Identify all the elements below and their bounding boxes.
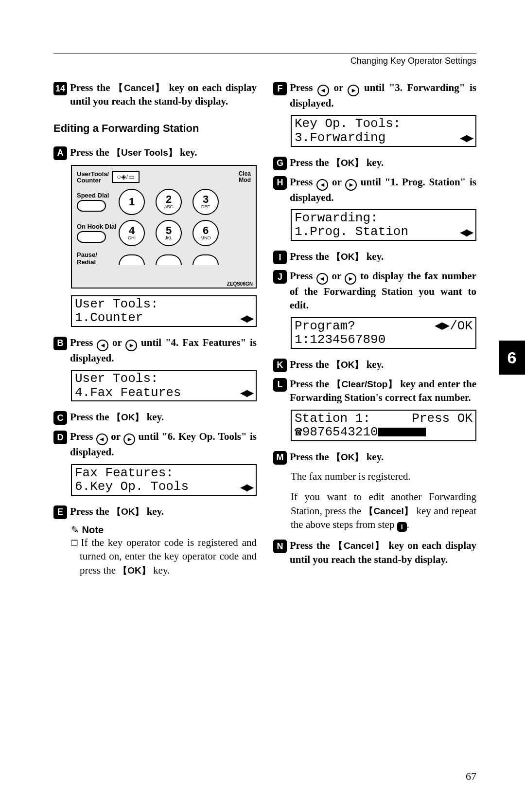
kp-key-9 bbox=[192, 254, 219, 265]
step-badge-14: 14 bbox=[53, 82, 67, 95]
step-badge-G: G bbox=[273, 157, 287, 170]
kp-speeddial: Speed Dial bbox=[77, 192, 119, 212]
step-C: C Press the 【OK】 key. bbox=[53, 410, 257, 425]
step-B-text: Press ◂ or ▸ until "4. Fax Features" is … bbox=[70, 336, 257, 365]
step-badge-J: J bbox=[273, 270, 287, 284]
note-body: If the key operator code is registered a… bbox=[80, 536, 257, 577]
step-H-text: Press ◂ or ▸ until "1. Prog. Station" is… bbox=[290, 175, 476, 204]
step-14-text: Press the 【Cancel】 key on each display u… bbox=[70, 81, 257, 108]
kp-key-6: 6MNO bbox=[192, 220, 219, 246]
lcd-1-line1: User Tools: bbox=[75, 297, 253, 311]
lcd-6-line1l: Program? bbox=[295, 319, 355, 333]
step-I-text: Press the 【OK】 key. bbox=[290, 250, 384, 263]
lcd-1: User Tools: 1.Counter◀▶ bbox=[71, 295, 257, 327]
step-L-text: Press the 【Clear/Stop】 key and enter the… bbox=[290, 377, 476, 405]
step-badge-K: K bbox=[273, 359, 287, 372]
lcd-4-line1: Key Op. Tools: bbox=[295, 117, 472, 131]
page-number: 67 bbox=[466, 770, 476, 783]
note-heading: Note bbox=[71, 524, 257, 536]
kp-display-box: ○◈/▭ bbox=[112, 171, 139, 183]
lcd-2: User Tools: 4.Fax Features◀▶ bbox=[71, 370, 257, 401]
lcd-5-line2: 1.Prog. Station bbox=[295, 225, 408, 239]
step-H: H Press ◂ or ▸ until "1. Prog. Station" … bbox=[273, 175, 476, 204]
lcd-arrows-icon: ◀▶ bbox=[240, 313, 253, 324]
step-badge-D: D bbox=[53, 431, 67, 444]
lcd-4: Key Op. Tools: 3.Forwarding◀▶ bbox=[291, 115, 476, 146]
lcd-7-line1l: Station 1: bbox=[295, 412, 370, 426]
kp-key-2: 2ABC bbox=[156, 189, 182, 215]
kp-key-4: 4GHI bbox=[119, 220, 145, 246]
lcd-6-line2: 1:1234567890 bbox=[295, 333, 472, 347]
step-badge-C: C bbox=[53, 411, 67, 425]
keypad-illustration: UserTools/Counter ○◈/▭ CleaMod Speed Dia… bbox=[71, 165, 257, 289]
kp-onhook: On Hook Dial bbox=[77, 223, 119, 243]
step-F: F Press ◂ or ▸ until "3. Forwarding" is … bbox=[273, 81, 476, 110]
step-E: E Press the 【OK】 key. bbox=[53, 505, 257, 519]
lcd-arrows-icon: ◀▶ bbox=[240, 482, 253, 492]
step-L: L Press the 【Clear/Stop】 key and enter t… bbox=[273, 377, 476, 405]
kp-key-3: 3DEF bbox=[192, 189, 219, 215]
header-rule bbox=[53, 54, 476, 54]
right-column: F Press ◂ or ▸ until "3. Forwarding" is … bbox=[273, 81, 476, 577]
body-registered: The fax number is registered. bbox=[291, 469, 476, 483]
step-I: I Press the 【OK】 key. bbox=[273, 250, 476, 264]
step-J-text: Press ◂ or ▸ to display the fax number o… bbox=[290, 269, 476, 312]
lcd-2-line1: User Tools: bbox=[75, 372, 253, 386]
columns: 14 Press the 【Cancel】 key on each displa… bbox=[53, 81, 476, 577]
lcd-7: Station 1:Press OK ☎9876543210 bbox=[291, 410, 476, 441]
step-N: N Press the 【Cancel】 key on each display… bbox=[273, 539, 476, 566]
kp-key-1: 1 bbox=[119, 189, 145, 215]
body-repeat: If you want to edit another Forwarding S… bbox=[291, 490, 476, 532]
step-badge-M: M bbox=[273, 451, 287, 465]
lcd-3-line1: Fax Features: bbox=[75, 466, 253, 480]
lcd-arrows-icon: ◀▶ bbox=[240, 387, 253, 398]
step-G: G Press the 【OK】 key. bbox=[273, 156, 476, 170]
step-badge-E: E bbox=[53, 505, 67, 519]
lcd-arrows-icon: ◀▶ bbox=[460, 132, 472, 143]
lcd-7-line2: ☎9876543210 bbox=[295, 425, 472, 439]
lcd-1-line2: 1.Counter bbox=[75, 311, 143, 325]
page: Changing Key Operator Settings 14 Press … bbox=[0, 0, 525, 812]
step-A: A Press the 【User Tools】 key. bbox=[53, 145, 257, 160]
step-badge-I: I bbox=[273, 251, 287, 264]
step-A-text: Press the 【User Tools】 key. bbox=[70, 145, 197, 159]
step-M-text: Press the 【OK】 key. bbox=[290, 450, 384, 464]
step-N-text: Press the 【Cancel】 key on each display u… bbox=[290, 539, 476, 566]
step-badge-A: A bbox=[53, 146, 67, 160]
kp-usertools-label: UserTools/Counter bbox=[77, 171, 109, 184]
step-badge-N: N bbox=[273, 540, 287, 553]
step-badge-L: L bbox=[273, 378, 287, 392]
step-K-text: Press the 【OK】 key. bbox=[290, 358, 384, 371]
lcd-7-line1r: Press OK bbox=[412, 412, 472, 426]
lcd-2-line2: 4.Fax Features bbox=[75, 386, 181, 400]
kp-top-right: CleaMod bbox=[239, 171, 251, 183]
step-K: K Press the 【OK】 key. bbox=[273, 358, 476, 372]
step-badge-H: H bbox=[273, 176, 287, 190]
lcd-4-line2: 3.Forwarding bbox=[295, 131, 385, 145]
lcd-5: Forwarding: 1.Prog. Station◀▶ bbox=[291, 209, 476, 241]
step-G-text: Press the 【OK】 key. bbox=[290, 156, 384, 169]
lcd-arrows-icon: ◀▶ bbox=[460, 227, 472, 237]
kp-key-8 bbox=[156, 254, 182, 265]
step-badge-B: B bbox=[53, 337, 67, 350]
step-F-text: Press ◂ or ▸ until "3. Forwarding" is di… bbox=[290, 81, 476, 110]
lcd-6: Program?◀▶/OK 1:1234567890 bbox=[291, 317, 476, 349]
kp-code: ZEQS06GN bbox=[227, 281, 253, 287]
kp-pause: Pause/Redial bbox=[77, 251, 119, 266]
kp-key-5: 5JKL bbox=[156, 220, 182, 246]
step-J: J Press ◂ or ▸ to display the fax number… bbox=[273, 269, 476, 312]
step-D: D Press ◂ or ▸ until "6. Key Op. Tools" … bbox=[53, 430, 257, 459]
lcd-3: Fax Features: 6.Key Op. Tools◀▶ bbox=[71, 464, 257, 496]
step-M: M Press the 【OK】 key. bbox=[273, 450, 476, 465]
step-E-text: Press the 【OK】 key. bbox=[70, 505, 164, 518]
left-column: 14 Press the 【Cancel】 key on each displa… bbox=[53, 81, 257, 577]
step-14: 14 Press the 【Cancel】 key on each displa… bbox=[53, 81, 257, 108]
lcd-3-line2: 6.Key Op. Tools bbox=[75, 480, 189, 494]
step-B: B Press ◂ or ▸ until "4. Fax Features" i… bbox=[53, 336, 257, 365]
header-text: Changing Key Operator Settings bbox=[53, 56, 476, 66]
kp-key-7 bbox=[119, 254, 145, 265]
step-badge-F: F bbox=[273, 82, 287, 95]
section-tab: 6 bbox=[499, 341, 525, 375]
subheading-editing: Editing a Forwarding Station bbox=[53, 122, 257, 135]
step-C-text: Press the 【OK】 key. bbox=[70, 410, 164, 424]
